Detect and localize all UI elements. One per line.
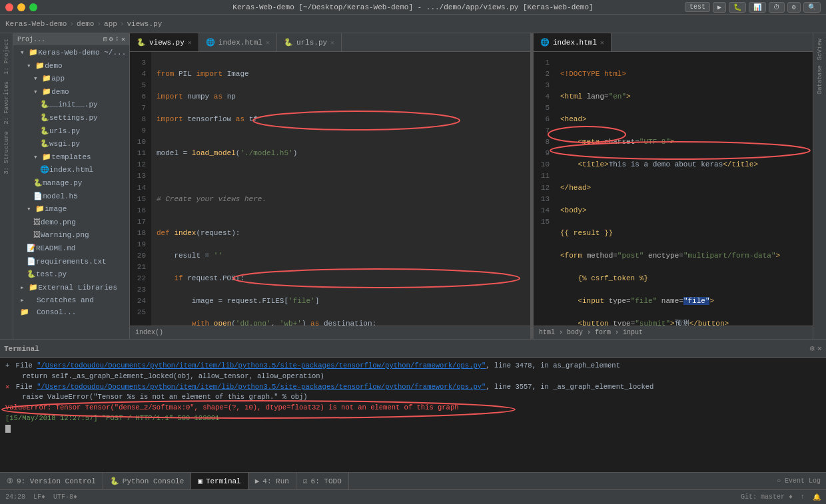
coverage-button[interactable]: 📊: [749, 2, 766, 13]
search-button[interactable]: 🔍: [803, 2, 821, 13]
terminal-cursor-line: [5, 424, 821, 435]
tab-index-html-left[interactable]: 🌐 index.html ✕: [199, 33, 277, 51]
tree-item-urls[interactable]: 🐍 urls.py: [13, 125, 129, 138]
share-icon[interactable]: ↑: [801, 493, 805, 501]
tab-python-console[interactable]: 🐍 Python Console: [103, 473, 191, 489]
terminal-error-line: ValueError: Tensor Tensor("dense_2/Softm…: [5, 403, 821, 413]
views-py-code: 345678910111213141516171819202122232425 …: [130, 52, 530, 326]
breadcrumb-sep: ›: [69, 20, 74, 28]
terminal-label: Terminal: [4, 345, 39, 353]
right-sidebar: ScView Database: [813, 33, 826, 339]
terminal-line-1: + File "/Users/todoudou/Documents/python…: [5, 361, 821, 372]
error-icon[interactable]: ✕: [5, 383, 9, 391]
tree-item-readme[interactable]: 📝 README.md: [13, 242, 129, 256]
settings-button[interactable]: ⚙: [787, 2, 801, 13]
sidebar-icon-4[interactable]: ✕: [121, 35, 125, 43]
database-label[interactable]: Database: [817, 63, 823, 97]
terminal-link-2[interactable]: "/Users/todoudou/Documents/python/item/i…: [37, 383, 486, 391]
tree-item-demo[interactable]: ▾ 📁 demo: [13, 60, 129, 73]
tree-item-image[interactable]: ▾ 📁 image: [13, 203, 129, 216]
todo-icon: ☑: [303, 477, 308, 485]
tree-item-demo-png[interactable]: 🖼 demo.png: [13, 216, 129, 230]
html-line-numbers: 123456789101112131415: [534, 52, 555, 326]
git-status[interactable]: Git: master ♦: [741, 493, 793, 501]
maximize-button[interactable]: [29, 3, 37, 11]
sidebar-icon-2[interactable]: ⚙: [109, 35, 113, 43]
tree-item-scratches[interactable]: ▸ 📁 Scratches and Consol...: [13, 294, 129, 319]
terminal-controls: ⚙ ✕: [810, 344, 822, 354]
tab-run[interactable]: ▶ 4: Run: [248, 473, 296, 489]
close-button[interactable]: [5, 3, 13, 11]
tab-terminal[interactable]: ▣ Terminal: [191, 473, 248, 489]
terminal-area: Terminal ⚙ ✕ + File "/Users/todoudou/Doc…: [0, 339, 826, 472]
terminal-content[interactable]: + File "/Users/todoudou/Documents/python…: [0, 358, 826, 472]
minimize-button[interactable]: [17, 3, 25, 11]
code-editor[interactable]: from PIL import Image import numpy as np…: [151, 52, 530, 326]
terminal-line-4: raise ValueError("Tensor %s is not an el…: [5, 392, 821, 403]
tree-item-wsgi[interactable]: 🐍 wsgi.py: [13, 138, 129, 151]
tree-item-demo-inner[interactable]: ▾ 📁 demo: [13, 86, 129, 99]
window-title: Keras-Web-demo [~/Desktop/Keras-Web-demo…: [232, 3, 593, 11]
sidebar-title: Proj...: [17, 36, 45, 43]
tree-item-init[interactable]: 🐍 __init__.py: [13, 99, 129, 112]
python-console-icon: 🐍: [110, 477, 119, 485]
add-icon[interactable]: +: [5, 362, 9, 370]
run-button[interactable]: ▶: [713, 2, 726, 13]
breadcrumb-item[interactable]: app: [104, 20, 117, 28]
sidebar-item-structure[interactable]: 3: Structure: [3, 128, 10, 177]
terminal-line-3: ✕ File "/Users/todoudou/Documents/python…: [5, 382, 821, 393]
breadcrumb-sep: ›: [120, 20, 125, 28]
views-py-close[interactable]: ✕: [188, 39, 192, 47]
sidebar-icon-1[interactable]: ⊞: [103, 35, 107, 43]
scview-label[interactable]: ScView: [817, 36, 823, 63]
tree-item-keras-web-demo[interactable]: ▾ 📁 Keras-Web-demo ~/...: [13, 47, 129, 60]
status-bar-right: Git: master ♦ ↑ 🔔: [741, 493, 821, 501]
file-tree: Proj... ⊞ ⚙ ↕ ✕ ▾ 📁 Keras-Web-demo ~/...…: [13, 33, 130, 339]
tab-index-html-right[interactable]: 🌐 index.html ✕: [534, 33, 612, 51]
breadcrumb-item[interactable]: demo: [77, 20, 94, 28]
index-html-right-close[interactable]: ✕: [600, 39, 604, 47]
python-console-label: Python Console: [123, 477, 184, 485]
debug-button[interactable]: 🐛: [729, 2, 746, 13]
event-log-btn[interactable]: ○ Event Log: [777, 473, 826, 489]
html-status: html › body › form › input: [534, 326, 813, 339]
tab-todo[interactable]: ☑ 6: TODO: [296, 473, 349, 489]
tree-item-app[interactable]: ▾ 📁 app: [13, 73, 129, 86]
html-panel: 🌐 index.html ✕ 123456789101112131415 <!D…: [533, 33, 813, 339]
terminal-close-icon[interactable]: ✕: [817, 344, 822, 354]
tree-item-external-libs[interactable]: ▸ 📁 External Libraries: [13, 282, 129, 295]
terminal-link-1[interactable]: "/Users/todoudou/Documents/python/item/i…: [37, 362, 486, 370]
breadcrumb-item[interactable]: Keras-Web-demo: [5, 20, 67, 28]
test-label[interactable]: test: [685, 2, 710, 12]
sidebar-item-project[interactable]: 1: Project: [3, 36, 10, 77]
function-name: index(): [135, 329, 163, 336]
tab-urls-py[interactable]: 🐍 urls.py ✕: [277, 33, 342, 51]
breadcrumb-item[interactable]: views.py: [127, 20, 162, 28]
tree-item-test-py[interactable]: 🐍 test.py: [13, 268, 129, 282]
left-tab-bar: 🐍 views.py ✕ 🌐 index.html ✕ 🐍 urls.py ✕: [130, 33, 530, 52]
tree-item-warning-png[interactable]: 🖼 Warning.png: [13, 229, 129, 242]
tree-item-requirements[interactable]: 📄 requirements.txt: [13, 256, 129, 269]
breadcrumb: Keras-Web-demo › demo › app › views.py: [0, 15, 826, 33]
html-editor[interactable]: <!DOCTYPE html> <html lang="en"> <head> …: [555, 52, 813, 326]
tab-views-py[interactable]: 🐍 views.py ✕: [130, 33, 199, 51]
tree-item-templates[interactable]: ▾ 📁 templates: [13, 151, 129, 164]
terminal-success-line: [15/May/2018 12:27:57] "POST / HTTP/1.1"…: [5, 414, 219, 422]
sidebar-item-favorites[interactable]: 2: Favorites: [3, 79, 10, 127]
index-html-left-icon: 🌐: [206, 38, 215, 47]
tree-item-model[interactable]: 📄 model.h5: [13, 190, 129, 204]
views-py-icon: 🐍: [137, 38, 146, 47]
notifications-icon[interactable]: 🔔: [813, 493, 821, 501]
index-html-left-close[interactable]: ✕: [266, 39, 270, 47]
tab-version-control[interactable]: ⑨ 9: Version Control: [0, 473, 103, 489]
terminal-tab-bar: Terminal ⚙ ✕: [0, 340, 826, 358]
index-html-right-label: index.html: [553, 39, 597, 47]
urls-py-close[interactable]: ✕: [330, 39, 334, 47]
tree-item-settings[interactable]: 🐍 settings.py: [13, 112, 129, 125]
sidebar-icon-3[interactable]: ↕: [115, 35, 119, 43]
profile-button[interactable]: ⏱: [769, 2, 785, 13]
tree-item-manage[interactable]: 🐍 manage.py: [13, 177, 129, 190]
tree-item-index-html[interactable]: 🌐 index.html: [13, 164, 129, 177]
editor-area: 1: Project 2: Favorites 3: Structure Pro…: [0, 33, 826, 339]
terminal-settings-icon[interactable]: ⚙: [810, 344, 815, 354]
